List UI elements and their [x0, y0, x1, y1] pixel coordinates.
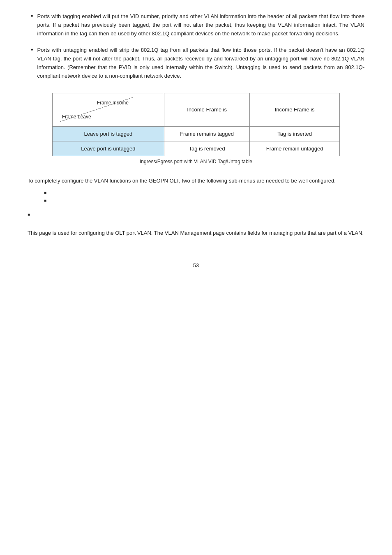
page-content: Ports with tagging enabled will put the …: [28, 12, 364, 238]
section-intro-text: To completely configure the VLAN functio…: [28, 177, 364, 185]
vlan-table: Frame Income Frame Leave Income Frame is…: [52, 93, 340, 156]
row1-col2: Frame remains tagged: [164, 126, 249, 141]
row1-header: Leave port is tagged: [53, 126, 164, 141]
row1-col3: Tag is inserted: [250, 126, 340, 141]
list-item-2: Ports with untagging enabled will strip …: [28, 46, 364, 80]
col3-header: Income Frame is: [250, 93, 340, 126]
standalone-bullet: [28, 211, 364, 217]
sub-bullet-1: [44, 189, 364, 195]
header-bottom-left: Frame Leave: [62, 114, 91, 120]
col2-header: Income Frame is: [164, 93, 249, 126]
row2-header: Leave port is untagged: [53, 141, 164, 156]
vlan-table-container: Frame Income Frame Leave Income Frame is…: [52, 93, 340, 164]
diagonal-header-cell: Frame Income Frame Leave: [53, 93, 164, 126]
list-item-1: Ports with tagging enabled will put the …: [28, 12, 364, 38]
table-caption: Ingress/Egress port with VLAN VID Tag/Un…: [52, 159, 340, 164]
row2-col3: Frame remain untagged: [250, 141, 340, 156]
row2-col2: Tag is removed: [164, 141, 249, 156]
standalone-section-text: This page is used for configuring the OL…: [28, 229, 364, 238]
standalone-section: This page is used for configuring the OL…: [28, 211, 364, 238]
bullet-list: Ports with tagging enabled will put the …: [28, 12, 364, 81]
page-number: 53: [25, 262, 367, 268]
header-top-right: Frame Income: [97, 100, 129, 106]
bullet-text-2: Ports with untagging enabled will strip …: [37, 46, 364, 80]
sub-bullets-list: [28, 189, 364, 203]
sub-bullet-2: [44, 197, 364, 203]
bullet-text-1: Ports with tagging enabled will put the …: [37, 12, 364, 38]
diagonal-header: Frame Income Frame Leave: [59, 97, 133, 122]
